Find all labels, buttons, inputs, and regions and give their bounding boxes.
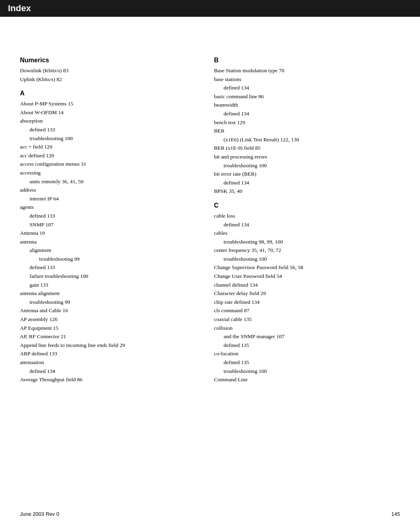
- list-item: defined 133: [30, 263, 198, 272]
- list-item: beamwidth: [214, 101, 400, 109]
- b-section: B Base Station modulation type 70base st…: [214, 57, 400, 196]
- list-item: Uplink (Kbits/s) 82: [20, 75, 198, 84]
- list-item: base stations: [214, 75, 400, 84]
- list-item: basic command line 86: [214, 92, 400, 101]
- list-item: About P-MP Systems 15: [20, 99, 198, 108]
- list-item: coaxial cable 135: [214, 315, 400, 324]
- list-item: cables: [214, 229, 400, 238]
- list-item: troubleshooting 100: [224, 255, 400, 263]
- list-item: acc = field 129: [20, 143, 198, 151]
- numerics-entries: Downlink (Kbits/s) 83Uplink (Kbits/s) 82: [20, 66, 198, 83]
- list-item: (x1E6) (Link Test Result) 122, 130: [224, 135, 400, 144]
- list-item: troubleshooting 99: [39, 255, 198, 263]
- list-item: attenuation: [20, 358, 198, 367]
- list-item: cls command 87: [214, 306, 400, 315]
- list-item: co-location: [214, 349, 400, 358]
- a-heading: A: [20, 90, 198, 97]
- list-item: defined 135: [224, 341, 400, 350]
- page-header: Index: [0, 0, 420, 17]
- left-column: Numerics Downlink (Kbits/s) 83Uplink (Kb…: [20, 33, 210, 384]
- list-item: cable loss: [214, 212, 400, 220]
- list-item: Change User Password field 54: [214, 272, 400, 281]
- footer-right: 145: [391, 511, 400, 517]
- list-item: Change Supervisor Password field 56, 58: [214, 263, 400, 272]
- list-item: Base Station modulation type 70: [214, 66, 400, 75]
- list-item: defined 133: [30, 212, 198, 220]
- c-entries: cable lossdefined 134cablestroubleshooti…: [214, 212, 400, 384]
- right-column: B Base Station modulation type 70base st…: [210, 33, 400, 384]
- list-item: and the SNMP manager 107: [224, 332, 400, 341]
- list-item: defined 134: [224, 178, 400, 187]
- c-heading: C: [214, 202, 400, 209]
- page-content: Numerics Downlink (Kbits/s) 83Uplink (Kb…: [0, 17, 420, 408]
- list-item: defined 134: [30, 367, 198, 376]
- list-item: troubleshooting 98, 99, 100: [224, 238, 400, 246]
- b-entries: Base Station modulation type 70base stat…: [214, 66, 400, 196]
- list-item: defined 134: [224, 109, 400, 118]
- list-item: AP Equipment 15: [20, 324, 198, 333]
- list-item: alignment: [30, 246, 198, 255]
- footer-left: June 2003 Rev 0: [20, 511, 59, 517]
- b-heading: B: [214, 57, 400, 64]
- a-section: A About P-MP Systems 15About W-OFDM 14ab…: [20, 90, 198, 384]
- list-item: accessing: [20, 168, 198, 177]
- list-item: defined 134: [224, 83, 400, 92]
- list-item: defined 133: [30, 125, 198, 134]
- numerics-heading: Numerics: [20, 57, 198, 64]
- header-title: Index: [8, 3, 31, 13]
- a-entries: About P-MP Systems 15About W-OFDM 14abso…: [20, 99, 198, 384]
- list-item: antenna: [20, 238, 198, 246]
- list-item: acc defined 120: [20, 151, 198, 160]
- list-item: bit and processing errors: [214, 153, 400, 161]
- list-item: gain 133: [30, 281, 198, 289]
- list-item: troubleshooting 100: [30, 134, 198, 143]
- list-item: defined 134: [224, 220, 400, 229]
- list-item: address: [20, 186, 198, 194]
- list-item: troubleshooting 100: [224, 367, 400, 376]
- list-item: Character delay field 29: [214, 289, 400, 298]
- list-item: channel defined 134: [214, 281, 400, 289]
- page-footer: June 2003 Rev 0 145: [0, 511, 420, 517]
- list-item: ARP defined 133: [20, 349, 198, 358]
- list-item: BPSK 35, 40: [214, 187, 400, 196]
- list-item: Downlink (Kbits/s) 83: [20, 66, 198, 75]
- list-item: Antenna 19: [20, 229, 198, 238]
- list-item: failure troubleshooting 100: [30, 272, 198, 281]
- list-item: bit error rate (BER): [214, 170, 400, 178]
- list-item: BER (x1E-9) field 85: [214, 144, 400, 153]
- list-item: AP assembly 126: [20, 315, 198, 324]
- list-item: troubleshooting 100: [224, 161, 400, 170]
- numerics-section: Numerics Downlink (Kbits/s) 83Uplink (Kb…: [20, 57, 198, 83]
- list-item: agents: [20, 203, 198, 212]
- list-item: Average Throughput field 86: [20, 375, 198, 384]
- list-item: internet IP 64: [30, 194, 198, 203]
- list-item: troubleshooting 99: [30, 298, 198, 307]
- list-item: units remotely 36, 41, 50: [30, 177, 198, 186]
- list-item: About W-OFDM 14: [20, 108, 198, 117]
- list-item: BER: [214, 127, 400, 135]
- list-item: Append line feeds to incoming line ends …: [20, 341, 198, 350]
- list-item: bench test 129: [214, 118, 400, 127]
- c-section: C cable lossdefined 134cablestroubleshoo…: [214, 202, 400, 384]
- list-item: Command Line: [214, 375, 400, 384]
- list-item: access configuration menus 31: [20, 160, 198, 168]
- list-item: AP, RF Connector 21: [20, 332, 198, 341]
- list-item: defined 135: [224, 358, 400, 367]
- list-item: Antenna and Cable 16: [20, 306, 198, 315]
- list-item: absorption: [20, 117, 198, 125]
- list-item: antenna alignment: [20, 289, 198, 298]
- list-item: collision: [214, 324, 400, 333]
- list-item: center frequency 35, 41, 70, 72: [214, 246, 400, 255]
- list-item: chip rate defined 134: [214, 298, 400, 307]
- list-item: SNMP 107: [30, 220, 198, 229]
